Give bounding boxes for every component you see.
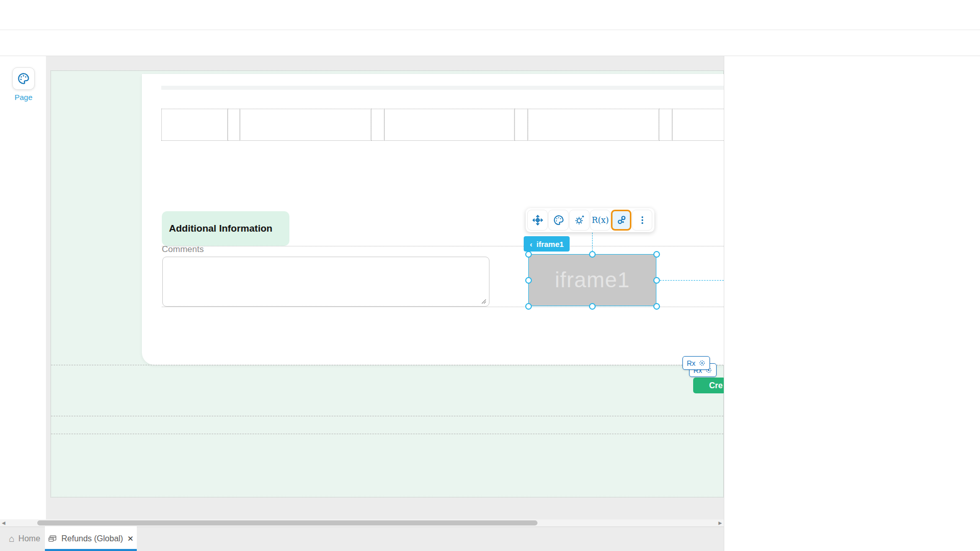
resize-handle-icon[interactable] — [481, 299, 486, 304]
page-window-icon — [48, 535, 57, 543]
selected-widget-breadcrumb[interactable]: ‹ iframe1 — [524, 236, 570, 252]
form-divider-bar — [161, 86, 724, 90]
iframe-widget[interactable]: iframe1 — [528, 254, 656, 306]
kebab-menu-icon — [636, 214, 648, 226]
rx-visibility-badge[interactable]: Rx — [682, 356, 710, 370]
table-cell-narrow[interactable] — [371, 109, 384, 141]
table-cell[interactable] — [384, 109, 514, 141]
comments-textarea[interactable] — [162, 257, 489, 307]
selection-handle-se[interactable] — [653, 303, 660, 310]
tab-home[interactable]: ⌂ Home — [4, 527, 45, 551]
selection-handle-sw[interactable] — [525, 303, 532, 310]
section-border — [162, 307, 724, 307]
scroll-right-arrow[interactable]: ▶ — [717, 519, 724, 527]
comments-field-label: Comments — [162, 244, 204, 255]
selection-handle-s[interactable] — [589, 303, 596, 310]
selection-handle-n[interactable] — [589, 251, 596, 258]
tab-refunds-global[interactable]: Refunds (Global) ✕ — [45, 527, 137, 551]
gear-plus-icon — [574, 214, 585, 226]
section-border — [162, 246, 724, 246]
widget-configuration-button[interactable] — [569, 210, 590, 231]
selected-widget-name: iframe1 — [536, 240, 564, 248]
selection-handle-nw[interactable] — [525, 251, 532, 258]
selection-handle-ne[interactable] — [653, 251, 660, 258]
table-cell[interactable] — [672, 109, 724, 141]
properties-panel — [724, 56, 980, 551]
close-tab-icon[interactable]: ✕ — [127, 534, 134, 543]
page-tool-label: Page — [12, 93, 35, 102]
table-cell-narrow[interactable] — [228, 109, 240, 141]
widget-rules-button[interactable]: R(x) — [590, 210, 610, 231]
relations-molecule-icon — [616, 214, 627, 226]
chevron-left-icon: ‹ — [530, 240, 532, 248]
table-cell[interactable] — [161, 109, 228, 141]
palette-icon — [553, 214, 565, 226]
app-window: New Refunds File Edit View Tools IA ? — [0, 0, 980, 551]
row-separator — [51, 416, 723, 416]
alignment-guide-horizontal — [660, 280, 724, 281]
row-separator — [51, 434, 723, 434]
scrollbar-thumb[interactable] — [37, 520, 537, 525]
eye-gear-icon — [698, 359, 706, 367]
section-title: Additional Information — [169, 223, 273, 234]
move-widget-button[interactable] — [527, 210, 548, 231]
rules-icon: R(x) — [592, 215, 609, 225]
selection-handle-e[interactable] — [653, 277, 660, 284]
table-cell[interactable] — [240, 109, 371, 141]
alignment-guide-vertical — [592, 233, 593, 254]
create-button[interactable]: Cre — [693, 378, 724, 393]
top-header — [0, 0, 980, 30]
table-cell[interactable] — [528, 109, 659, 141]
editor-toolbar — [0, 30, 980, 56]
section-header[interactable]: Additional Information — [162, 211, 289, 246]
widget-esthetics-button[interactable] — [548, 210, 569, 231]
table-cell-narrow[interactable] — [514, 109, 528, 141]
page-tool-button[interactable] — [12, 67, 35, 90]
iframe-widget-label: iframe1 — [555, 268, 630, 292]
widget-context-toolbar: R(x) — [526, 208, 654, 232]
home-icon: ⌂ — [9, 534, 14, 544]
left-sidebar — [0, 56, 46, 519]
palette-icon — [17, 72, 30, 85]
widget-more-button[interactable] — [632, 210, 652, 231]
move-icon — [532, 214, 544, 226]
table-cell-narrow[interactable] — [659, 109, 672, 141]
row-separator — [51, 365, 723, 365]
widget-relations-button[interactable] — [611, 210, 631, 231]
active-tab-indicator — [45, 549, 137, 551]
scroll-left-arrow[interactable]: ◀ — [0, 519, 7, 527]
selection-handle-w[interactable] — [525, 277, 532, 284]
